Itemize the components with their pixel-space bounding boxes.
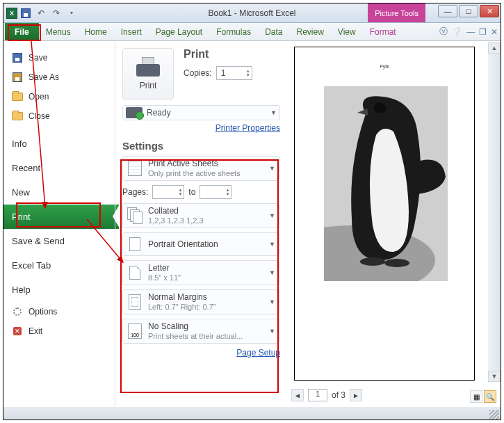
settings-heading: Settings bbox=[122, 140, 280, 152]
portrait-icon bbox=[129, 237, 140, 251]
tab-home[interactable]: Home bbox=[78, 23, 114, 40]
preview-page: Pytk bbox=[294, 47, 475, 381]
copies-spinner[interactable]: 1 ▲▼ bbox=[216, 66, 252, 80]
title-bar: X ↶ ↷ ▾ Book1 - Microsoft Excel Picture … bbox=[3, 3, 501, 23]
maximize-button[interactable]: □ bbox=[459, 5, 478, 17]
chevron-down-icon: ▼ bbox=[269, 328, 275, 335]
tab-format[interactable]: Format bbox=[363, 23, 403, 40]
qat-customize-icon[interactable]: ▾ bbox=[65, 6, 79, 20]
pages-label: Pages: bbox=[122, 187, 148, 197]
chevron-down-icon: ▼ bbox=[269, 212, 275, 219]
print-button[interactable]: Print bbox=[122, 48, 174, 99]
qat-undo-icon[interactable]: ↶ bbox=[34, 6, 48, 20]
svg-point-5 bbox=[384, 259, 409, 267]
prev-page-button[interactable]: ◄ bbox=[291, 389, 304, 401]
page-total-label: of 3 bbox=[332, 390, 346, 400]
print-heading: Print bbox=[184, 48, 252, 61]
tab-data[interactable]: Data bbox=[258, 23, 289, 40]
minimize-button[interactable]: — bbox=[438, 5, 457, 17]
nav-save-as[interactable]: Save As bbox=[3, 67, 115, 87]
tab-menus[interactable]: Menus bbox=[39, 23, 78, 40]
next-page-button[interactable]: ► bbox=[350, 389, 362, 401]
printer-properties-link[interactable]: Printer Properties bbox=[122, 123, 280, 133]
ribbon: File Menus Home Insert Page Layout Formu… bbox=[3, 23, 501, 41]
app-icon[interactable]: X bbox=[6, 8, 17, 19]
opt-scaling[interactable]: 100 No ScalingPrint sheets at their actu… bbox=[122, 319, 280, 344]
sheet-icon bbox=[128, 161, 142, 176]
contextual-tab-picture-tools[interactable]: Picture Tools bbox=[368, 3, 425, 22]
exit-icon: ✕ bbox=[13, 327, 22, 335]
chevron-down-icon: ▼ bbox=[269, 165, 275, 172]
pages-from-spinner[interactable]: ▲▼ bbox=[152, 185, 184, 199]
preview-image bbox=[324, 86, 448, 281]
collate-icon bbox=[127, 207, 143, 224]
nav-options[interactable]: Options bbox=[3, 302, 115, 321]
tab-view[interactable]: View bbox=[331, 23, 363, 40]
margins-icon bbox=[129, 294, 141, 310]
printer-selector[interactable]: Ready ▼ bbox=[122, 105, 280, 120]
scroll-down-icon[interactable]: ▼ bbox=[488, 371, 501, 382]
chevron-down-icon: ▼ bbox=[270, 109, 277, 116]
preview-pager: ◄ 1 of 3 ► bbox=[287, 385, 501, 406]
opt-print-what[interactable]: Print Active SheetsOnly print the active… bbox=[122, 156, 280, 181]
help-icon[interactable]: ❔ bbox=[452, 27, 462, 37]
status-bar bbox=[3, 407, 501, 420]
nav-open[interactable]: Open bbox=[3, 87, 115, 106]
close-button[interactable]: ✕ bbox=[480, 5, 499, 17]
qat-redo-icon[interactable]: ↷ bbox=[49, 6, 63, 20]
nav-new[interactable]: New bbox=[3, 180, 115, 205]
printer-icon bbox=[135, 57, 161, 78]
qat-save-icon[interactable] bbox=[19, 6, 33, 20]
printer-status-icon bbox=[126, 107, 143, 118]
nav-help[interactable]: Help bbox=[3, 278, 115, 302]
paper-icon bbox=[129, 266, 140, 280]
chevron-down-icon: ▼ bbox=[269, 298, 275, 305]
chevron-down-icon: ▼ bbox=[269, 241, 275, 248]
mdi-close-icon[interactable]: ✕ bbox=[491, 27, 498, 37]
zoom-to-page-button[interactable]: 🔍 bbox=[484, 390, 496, 403]
nav-close[interactable]: Close bbox=[3, 106, 115, 126]
pages-to-label: to bbox=[188, 187, 195, 197]
scaling-icon: 100 bbox=[128, 324, 142, 339]
nav-save-send[interactable]: Save & Send bbox=[3, 229, 115, 253]
print-settings-panel: Print Print Copies: 1 ▲▼ Ready ▼ bbox=[115, 42, 287, 406]
nav-excel-tab[interactable]: Excel Tab bbox=[3, 253, 115, 278]
mdi-restore-icon[interactable]: ❐ bbox=[479, 27, 487, 37]
nav-recent[interactable]: Recent bbox=[3, 156, 115, 180]
page-setup-link[interactable]: Page Setup bbox=[122, 348, 280, 358]
mdi-min-icon[interactable]: — bbox=[466, 27, 475, 37]
tab-page-layout[interactable]: Page Layout bbox=[149, 23, 209, 40]
nav-save[interactable]: Save bbox=[3, 48, 115, 67]
svg-point-4 bbox=[360, 257, 385, 266]
tab-formulas[interactable]: Formulas bbox=[209, 23, 258, 40]
nav-print[interactable]: Print bbox=[3, 205, 119, 229]
opt-orientation[interactable]: Portrait Orientation ▼ bbox=[122, 232, 280, 256]
nav-exit[interactable]: ✕Exit bbox=[3, 321, 115, 341]
opt-margins[interactable]: Normal MarginsLeft: 0.7" Right: 0.7" ▼ bbox=[122, 289, 280, 314]
print-preview: Pytk ▲ ▼ bbox=[287, 42, 501, 406]
tab-file[interactable]: File bbox=[5, 23, 39, 40]
tab-review[interactable]: Review bbox=[290, 23, 331, 40]
opt-paper-size[interactable]: Letter8.5" x 11" ▼ bbox=[122, 260, 280, 285]
opt-collation[interactable]: Collated1,2,3 1,2,3 1,2,3 ▼ bbox=[122, 203, 280, 228]
preview-sheet-label: Pytk bbox=[295, 64, 474, 69]
pages-to-spinner[interactable]: ▲▼ bbox=[200, 185, 231, 199]
preview-scrollbar[interactable]: ▲ ▼ bbox=[488, 42, 501, 382]
backstage-nav: Save Save As Open Close Info Recent New … bbox=[3, 42, 115, 406]
page-number-input[interactable]: 1 bbox=[308, 389, 327, 401]
copies-label: Copies: bbox=[184, 68, 212, 78]
nav-info[interactable]: Info bbox=[3, 131, 115, 156]
ribbon-minimize-icon[interactable]: ⓥ bbox=[439, 26, 448, 38]
scroll-up-icon[interactable]: ▲ bbox=[488, 42, 501, 54]
chevron-down-icon: ▼ bbox=[269, 269, 275, 276]
resize-grip[interactable] bbox=[489, 410, 499, 420]
gear-icon bbox=[13, 308, 22, 316]
tab-insert[interactable]: Insert bbox=[114, 23, 149, 40]
show-margins-button[interactable]: ▦ bbox=[470, 390, 482, 403]
